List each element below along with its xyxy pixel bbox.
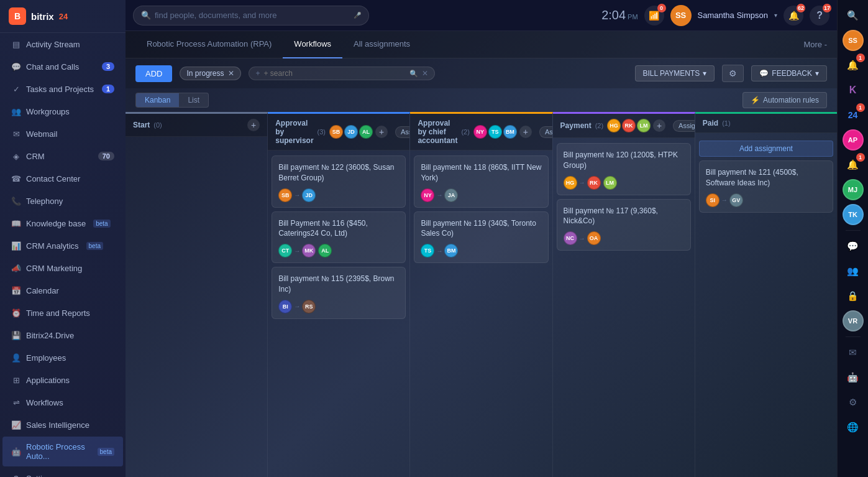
help-icon[interactable]: ? 17 — [810, 6, 829, 25]
rs-avatar-4[interactable]: TK — [843, 204, 864, 225]
card-120[interactable]: Bill payment № 120 (1200$, HTPK Group) H… — [557, 143, 691, 195]
automation-rules-button[interactable]: ⚡ Automation rules — [742, 92, 827, 108]
sidebar-item-label: Employees — [26, 353, 66, 363]
assignments-btn-payment[interactable]: Assignments 1 ▾ — [673, 120, 695, 132]
bill-payments-dropdown[interactable]: BILL PAYMENTS ▾ — [635, 65, 715, 81]
avatar: TS — [488, 125, 502, 139]
col-add-avatars-payment[interactable]: + — [653, 119, 665, 132]
list-view-button[interactable]: List — [179, 93, 208, 107]
rs-bell-icon[interactable]: 🔔 1 — [843, 55, 864, 76]
search-input[interactable] — [155, 11, 350, 20]
rs-chat-icon[interactable]: 💬 — [843, 236, 864, 257]
rs-settings-icon[interactable]: ⚙ — [843, 392, 864, 413]
rs-notification-icon[interactable]: 🔔 1 — [843, 154, 864, 175]
search-bar[interactable]: 🔍 🎤 — [133, 6, 369, 25]
rs-lock-icon[interactable]: 🔒 — [843, 285, 864, 307]
rs-avatar-5[interactable]: VR — [843, 310, 864, 331]
rs-avatar-3[interactable]: MJ — [843, 179, 864, 200]
arrow-icon: → — [579, 179, 585, 186]
arrow-icon: → — [294, 192, 300, 198]
rs-avatar-2[interactable]: AP — [843, 129, 864, 151]
sidebar-logo[interactable]: B bitrix 24 — [0, 0, 126, 33]
card-avatars: HG → RK LM — [564, 176, 684, 190]
sidebar-item-telephony[interactable]: 📞 Telephony — [2, 190, 123, 211]
add-assignment-button[interactable]: Add assignment — [699, 141, 833, 157]
sidebar-item-drive[interactable]: 💾 Bitrix24.Drive — [2, 325, 123, 346]
sidebar-item-crm[interactable]: ◈ CRM 70 — [2, 146, 123, 167]
user-avatar[interactable]: SS — [670, 5, 692, 26]
card-122[interactable]: Bill payment № 122 (3600$, Susan Berret … — [272, 155, 406, 208]
col-add-avatars-sup[interactable]: + — [375, 126, 388, 138]
rs-search-icon[interactable]: 🔍 — [843, 5, 864, 26]
notification-bell[interactable]: 🔔 62 — [783, 6, 803, 25]
book-icon: 📖 — [11, 218, 21, 228]
username-label[interactable]: Samantha Simpson — [698, 11, 768, 20]
sidebar-item-calendar[interactable]: 📅 Calendar — [2, 280, 123, 301]
sidebar-item-crm-marketing[interactable]: 📣 CRM Marketing — [2, 257, 123, 279]
card-118[interactable]: Bill payment № 118 (860$, IITT New York)… — [414, 155, 548, 208]
col-title-paid: Paid — [703, 119, 718, 127]
sidebar-item-tasks[interactable]: ✓ Tasks and Projects 1 — [2, 78, 123, 100]
wifi-icon[interactable]: 📶 0 — [644, 6, 664, 25]
sidebar-item-knowledge[interactable]: 📖 Knowledge base beta — [2, 213, 123, 234]
sidebar-item-applications[interactable]: ⊞ Applications — [2, 369, 123, 391]
sidebar-item-label: Time and Reports — [26, 308, 90, 318]
tab-workflows[interactable]: Workflows — [283, 31, 342, 58]
rs-user-avatar[interactable]: SS — [843, 30, 864, 51]
sidebar-item-sales-intel[interactable]: 📈 Sales Intelligence — [2, 414, 123, 435]
phone-icon: ☎ — [11, 174, 21, 183]
card-119[interactable]: Bill payment № 119 (340$, Toronto Sales … — [414, 211, 548, 264]
filter-search-input[interactable] — [264, 69, 406, 78]
settings-button[interactable]: ⚙ — [722, 65, 744, 82]
tab-more[interactable]: More - — [803, 40, 827, 49]
rs-24-icon[interactable]: 24 1 — [843, 104, 864, 126]
card-117[interactable]: Bill payment № 117 (9,360$, Nick&Co) NC … — [557, 199, 691, 251]
sidebar-item-rpa[interactable]: 🤖 Robotic Process Auto... beta — [2, 437, 123, 466]
col-header-avatars-chief: NY TS BM + — [473, 125, 532, 139]
filter-search-clear-icon[interactable]: ✕ — [422, 69, 428, 78]
sidebar: B bitrix 24 ▤ Activity Stream 💬 Chat and… — [0, 0, 126, 477]
col-add-start[interactable]: + — [247, 119, 260, 131]
card-115[interactable]: Bill payment № 115 (2395$, Brown Inc) BI… — [272, 267, 406, 319]
sidebar-item-employees[interactable]: 👤 Employees — [2, 347, 123, 368]
sidebar-item-label: Workgroups — [26, 107, 70, 116]
kanban-column-start: Start (0) + — [126, 112, 268, 477]
sidebar-item-webmail[interactable]: ✉ Webmail — [2, 123, 123, 144]
sidebar-item-crm-analytics[interactable]: 📊 CRM Analytics beta — [2, 235, 123, 256]
col-add-avatars-chief[interactable]: + — [519, 126, 532, 138]
card-title: Bill payment № 122 (3600$, Susan Berret … — [278, 162, 399, 183]
filter-search-bar[interactable]: + 🔍 ✕ — [249, 67, 435, 80]
tab-rpa[interactable]: Robotic Process Automation (RPA) — [135, 31, 283, 58]
sidebar-item-settings[interactable]: ⚙ Settings — [2, 468, 123, 477]
rs-k-icon[interactable]: K — [843, 80, 864, 101]
sidebar-item-workgroups[interactable]: 👥 Workgroups — [2, 101, 123, 122]
rs-globe-icon[interactable]: 🌐 — [843, 417, 864, 438]
card-121[interactable]: Bill payment № 121 (4500$, Software Idea… — [699, 160, 833, 213]
assignments-btn-sup[interactable]: Assignments 1 ▾ — [395, 126, 410, 138]
assignments-btn-chief[interactable]: Assignments 1 ▾ — [539, 126, 553, 138]
user-dropdown-icon[interactable]: ▾ — [774, 12, 777, 19]
sidebar-item-activity[interactable]: ▤ Activity Stream — [2, 34, 123, 55]
drive-icon: 💾 — [11, 330, 21, 340]
rs-users-icon[interactable]: 👥 — [843, 261, 864, 282]
sidebar-item-time-reports[interactable]: ⏰ Time and Reports — [2, 302, 123, 323]
tab-all-assignments[interactable]: All assignments — [342, 31, 421, 58]
col-title-start: Start — [133, 121, 150, 129]
add-button[interactable]: ADD — [135, 65, 172, 82]
col-count-approval-chief: (2) — [461, 128, 469, 136]
avatar: BI — [278, 300, 292, 313]
filter-search-plus-icon: + — [255, 69, 260, 78]
filter-in-progress[interactable]: In progress ✕ — [180, 67, 241, 80]
rs-mail-icon[interactable]: ✉ — [843, 342, 864, 363]
sidebar-item-chat[interactable]: 💬 Chat and Calls 3 — [2, 56, 123, 77]
card-116[interactable]: Bill Payment № 116 ($450, Caterings24 Co… — [272, 211, 406, 264]
filter-close-icon[interactable]: ✕ — [228, 69, 234, 78]
dropdown-arrow-icon: ▾ — [703, 69, 706, 78]
kanban-view-button[interactable]: Kanban — [136, 93, 179, 107]
rs-robot-icon[interactable]: 🤖 — [843, 367, 864, 388]
sidebar-item-label: CRM Analytics — [26, 241, 79, 251]
avatar: RK — [622, 119, 636, 132]
feedback-button[interactable]: 💬 FEEDBACK ▾ — [751, 65, 827, 81]
sidebar-item-workflows[interactable]: ⇌ Workflows — [2, 392, 123, 413]
sidebar-item-contact-center[interactable]: ☎ Contact Center — [2, 168, 123, 189]
